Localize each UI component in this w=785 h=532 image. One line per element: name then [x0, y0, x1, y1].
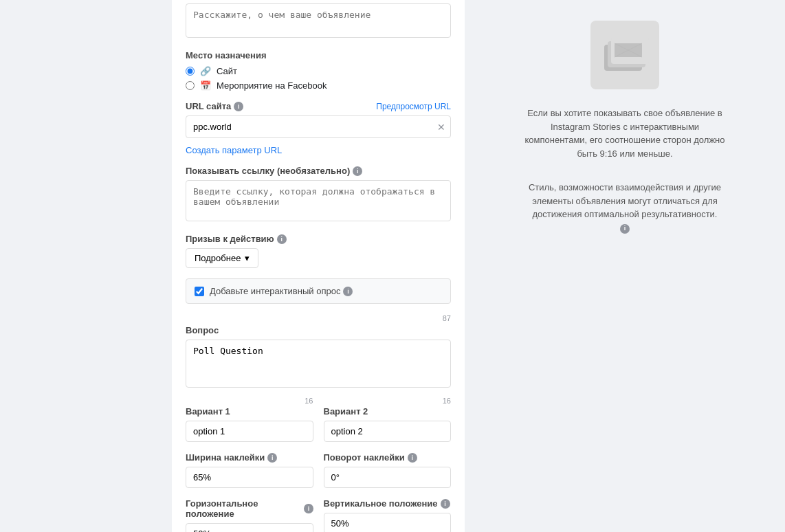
cta-dropdown-button[interactable]: Подробнее ▾	[186, 248, 258, 268]
preview-style-text: Стиль, возможности взаимодействия и друг…	[522, 181, 728, 234]
preview-style-info-icon[interactable]: i	[620, 224, 630, 234]
display-url-label-wrapper: Показывать ссылку (необязательно) i	[186, 166, 451, 176]
cta-label: Призыв к действию	[186, 234, 274, 244]
variants-row: 16 Вариант 1 16 Вариант 2	[186, 397, 451, 442]
cta-info-icon[interactable]: i	[277, 234, 287, 244]
question-label: Вопрос	[186, 325, 451, 335]
destination-section: Место назначения 🔗 Сайт 📅 Мероприятие на…	[186, 50, 451, 91]
variant2-char-count: 16	[443, 397, 451, 405]
sticker-rotation-input[interactable]	[324, 467, 452, 488]
variant2-label: Вариант 2	[324, 406, 452, 417]
url-input-wrapper: ✕	[186, 115, 451, 138]
add-poll-label-wrapper: Добавьте интерактивный опрос i	[210, 286, 353, 296]
preview-icon-container	[590, 21, 659, 89]
position-v-label-wrapper: Вертикальное положение i	[324, 498, 452, 509]
url-input[interactable]	[186, 115, 451, 138]
sticker-width-label-wrapper: Ширина наклейки i	[186, 452, 313, 463]
position-row: Горизонтальное положение i Вертикальное …	[186, 498, 451, 532]
poll-char-count-value: 87	[443, 314, 451, 322]
variant1-input[interactable]	[186, 421, 313, 442]
sticker-rotation-col: Поворот наклейки i	[324, 452, 452, 488]
preview-style-text-content: Стиль, возможности взаимодействия и друг…	[522, 181, 728, 221]
tell-about-textarea[interactable]	[186, 3, 451, 38]
position-h-label-wrapper: Горизонтальное положение i	[186, 498, 313, 519]
variant1-char-row: 16	[186, 397, 313, 405]
destination-option-facebook[interactable]: 📅 Мероприятие на Facebook	[186, 80, 451, 91]
question-textarea[interactable]: <span data-bind="form.question_value"></…	[186, 340, 451, 388]
site-icon: 🔗	[200, 66, 211, 76]
poll-char-count: 87	[186, 314, 451, 322]
variant2-col: 16 Вариант 2	[324, 397, 452, 442]
sticker-width-input[interactable]	[186, 467, 313, 488]
url-label-wrapper: URL сайта i	[186, 101, 243, 111]
variant2-char-row: 16	[324, 397, 452, 405]
cta-label-wrapper: Призыв к действию i	[186, 234, 451, 244]
poll-info-icon[interactable]: i	[343, 287, 353, 296]
url-info-icon[interactable]: i	[234, 102, 243, 111]
url-label-text: URL сайта	[186, 101, 231, 111]
position-h-col: Горизонтальное положение i	[186, 498, 313, 532]
create-param-link[interactable]: Создать параметр URL	[186, 145, 451, 155]
destination-facebook-label: Мероприятие на Facebook	[217, 80, 327, 91]
destination-site-label: Сайт	[217, 66, 237, 76]
cta-section: Призыв к действию i Подробнее ▾	[186, 234, 451, 268]
cta-dropdown-value: Подробнее	[195, 253, 241, 263]
destination-option-site[interactable]: 🔗 Сайт	[186, 66, 451, 76]
left-sidebar	[0, 0, 172, 532]
position-v-input[interactable]	[324, 513, 452, 532]
cta-dropdown-arrow-icon: ▾	[245, 253, 250, 263]
right-panel: Если вы хотите показывать свое объявлени…	[465, 0, 785, 532]
sticker-row: Ширина наклейки i Поворот наклейки i	[186, 452, 451, 488]
position-h-input[interactable]	[186, 523, 313, 532]
facebook-event-icon: 📅	[200, 80, 211, 91]
position-h-info-icon[interactable]: i	[304, 504, 313, 513]
destination-radio-site[interactable]	[186, 67, 195, 76]
question-section: Вопрос <span data-bind="form.question_va…	[186, 325, 451, 390]
variant1-label: Вариант 1	[186, 406, 313, 417]
url-preview-link[interactable]: Предпросмотр URL	[376, 102, 451, 111]
position-v-info-icon[interactable]: i	[441, 499, 450, 509]
variant1-char-count: 16	[305, 397, 313, 405]
display-url-label: Показывать ссылку (необязательно)	[186, 166, 350, 176]
variant1-col: 16 Вариант 1	[186, 397, 313, 442]
url-row: URL сайта i Предпросмотр URL	[186, 101, 451, 111]
variant2-input[interactable]	[324, 421, 452, 442]
destination-label: Место назначения	[186, 50, 451, 60]
main-form: Место назначения 🔗 Сайт 📅 Мероприятие на…	[172, 0, 465, 532]
add-poll-checkbox[interactable]	[195, 287, 204, 296]
url-clear-icon[interactable]: ✕	[437, 122, 445, 133]
preview-icon	[601, 36, 649, 74]
add-poll-checkbox-row[interactable]: Добавьте интерактивный опрос i	[186, 278, 451, 304]
position-h-label: Горизонтальное положение	[186, 498, 301, 519]
display-url-info-icon[interactable]: i	[353, 166, 362, 176]
position-v-label: Вертикальное положение	[324, 498, 438, 509]
position-v-col: Вертикальное положение i	[324, 498, 452, 532]
sticker-width-info-icon[interactable]: i	[267, 453, 277, 463]
sticker-width-label: Ширина наклейки	[186, 452, 265, 463]
preview-info-text: Если вы хотите показывать свое объявлени…	[522, 107, 728, 160]
sticker-rotation-label: Поворот наклейки	[324, 452, 405, 463]
sticker-rotation-label-wrapper: Поворот наклейки i	[324, 452, 452, 463]
sticker-rotation-info-icon[interactable]: i	[408, 453, 417, 463]
destination-radio-facebook[interactable]	[186, 81, 195, 90]
add-poll-label: Добавьте интерактивный опрос	[210, 286, 340, 296]
display-url-textarea[interactable]	[186, 180, 451, 221]
sticker-width-col: Ширина наклейки i	[186, 452, 313, 488]
